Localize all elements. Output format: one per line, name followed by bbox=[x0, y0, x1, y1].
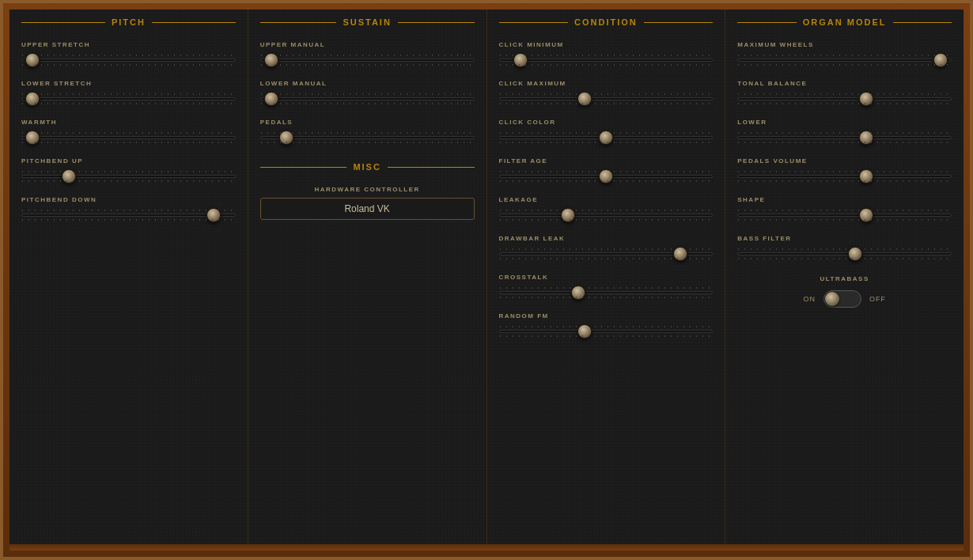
leakage-label: LEAKAGE bbox=[499, 196, 714, 203]
bass-filter-track bbox=[737, 252, 952, 255]
ultrabass-toggle-group: ON OFF bbox=[737, 290, 952, 308]
pitchbend-down-group: PITCHBEND DOWN bbox=[21, 196, 236, 224]
warmth-track-container bbox=[21, 129, 236, 146]
pitchbend-up-track bbox=[21, 175, 236, 178]
lower-manual-track-container bbox=[260, 90, 475, 108]
lower-stretch-track bbox=[21, 97, 236, 100]
pedals-volume-thumb[interactable] bbox=[859, 169, 873, 184]
shape-label: SHAPE bbox=[737, 196, 952, 203]
ultrabass-on-label: ON bbox=[803, 295, 816, 303]
upper-stretch-track bbox=[21, 59, 236, 62]
pedals-group: PEDALS bbox=[260, 119, 475, 146]
tonal-balance-track bbox=[737, 97, 952, 100]
lower-stretch-track-container bbox=[21, 90, 236, 108]
bass-filter-track-container bbox=[737, 245, 952, 263]
click-color-thumb[interactable] bbox=[599, 131, 613, 145]
crosstalk-track-container bbox=[499, 284, 714, 301]
click-color-group: CLICK COLOR bbox=[499, 119, 714, 146]
upper-manual-track-container bbox=[260, 51, 475, 69]
shape-thumb[interactable] bbox=[859, 208, 873, 222]
pitchbend-up-thumb[interactable] bbox=[62, 169, 76, 184]
pitch-title: PITCH bbox=[21, 17, 236, 27]
outer-frame: PITCH UPPER STRETCH LOWER STRETCH bbox=[0, 0, 973, 560]
click-minimum-thumb[interactable] bbox=[513, 53, 528, 67]
leakage-track bbox=[499, 214, 714, 217]
pedals-track bbox=[260, 136, 475, 139]
pedals-volume-label: PEDALS VOLUME bbox=[737, 157, 952, 165]
click-maximum-thumb[interactable] bbox=[577, 92, 592, 106]
sustain-title: SUSTAIN bbox=[260, 17, 475, 27]
hw-controller-label: HARDWARE CONTROLLER bbox=[260, 186, 475, 193]
pedals-volume-track bbox=[737, 175, 952, 178]
leakage-track-container bbox=[499, 206, 714, 224]
misc-section: MISC HARDWARE CONTROLLER Roland VK bbox=[260, 162, 475, 220]
organ-model-title: ORGAN MODEL bbox=[737, 17, 952, 27]
leakage-thumb[interactable] bbox=[561, 208, 575, 222]
drawbar-leak-thumb[interactable] bbox=[673, 247, 687, 261]
random-fm-track bbox=[499, 330, 714, 333]
click-color-track bbox=[499, 136, 714, 139]
upper-stretch-track-container bbox=[21, 51, 236, 69]
click-maximum-track-container bbox=[499, 90, 714, 108]
lower-stretch-thumb[interactable] bbox=[25, 92, 40, 106]
upper-manual-track bbox=[260, 59, 475, 62]
pedals-volume-group: PEDALS VOLUME bbox=[737, 157, 952, 185]
crosstalk-group: CROSSTALK bbox=[499, 274, 714, 301]
lower-label: LOWER bbox=[737, 119, 952, 126]
lower-thumb[interactable] bbox=[859, 131, 873, 145]
warmth-thumb[interactable] bbox=[25, 131, 40, 145]
crosstalk-thumb[interactable] bbox=[571, 286, 585, 300]
filter-age-group: FILTER AGE bbox=[499, 157, 714, 185]
shape-track-container bbox=[737, 206, 952, 224]
drawbar-leak-group: DRAWBAR LEAK bbox=[499, 235, 714, 263]
warmth-group: WARMTH bbox=[21, 119, 236, 146]
click-minimum-track-container bbox=[499, 51, 714, 69]
shape-track bbox=[737, 214, 952, 217]
organ-model-section: ORGAN MODEL MAXIMUM WHEELS TONAL BALANCE bbox=[725, 9, 964, 544]
main-panel: PITCH UPPER STRETCH LOWER STRETCH bbox=[9, 9, 964, 544]
random-fm-label: RANDOM FM bbox=[499, 312, 714, 320]
ultrabass-container: ULTRABASS ON OFF bbox=[737, 275, 952, 308]
pitchbend-up-label: PITCHBEND UP bbox=[21, 157, 236, 165]
ultrabass-off-label: OFF bbox=[869, 295, 886, 303]
click-minimum-group: CLICK MINIMUM bbox=[499, 41, 714, 69]
tonal-balance-thumb[interactable] bbox=[859, 92, 873, 106]
pitchbend-up-track-container bbox=[21, 168, 236, 185]
pitchbend-down-label: PITCHBEND DOWN bbox=[21, 196, 236, 203]
click-minimum-track bbox=[499, 59, 714, 62]
pitchbend-down-thumb[interactable] bbox=[206, 208, 221, 222]
click-maximum-track bbox=[499, 97, 714, 100]
pedals-label: PEDALS bbox=[260, 119, 475, 126]
random-fm-thumb[interactable] bbox=[577, 324, 592, 339]
filter-age-track-container bbox=[499, 168, 714, 185]
ultrabass-toggle[interactable] bbox=[823, 290, 861, 308]
pitch-section: PITCH UPPER STRETCH LOWER STRETCH bbox=[9, 9, 248, 544]
maximum-wheels-group: MAXIMUM WHEELS bbox=[737, 41, 952, 69]
pitchbend-down-track bbox=[21, 214, 236, 217]
maximum-wheels-thumb[interactable] bbox=[933, 53, 948, 67]
upper-stretch-label: UPPER STRETCH bbox=[21, 41, 236, 48]
bottom-border bbox=[9, 544, 964, 551]
crosstalk-track bbox=[499, 291, 714, 294]
bass-filter-thumb[interactable] bbox=[848, 247, 862, 261]
random-fm-track-container bbox=[499, 323, 714, 340]
pitchbend-up-group: PITCHBEND UP bbox=[21, 157, 236, 185]
ultrabass-toggle-knob bbox=[825, 292, 839, 306]
crosstalk-label: CROSSTALK bbox=[499, 274, 714, 281]
upper-manual-label: UPPER MANUAL bbox=[260, 41, 475, 48]
leakage-group: LEAKAGE bbox=[499, 196, 714, 224]
hw-controller-dropdown[interactable]: Roland VK bbox=[260, 198, 475, 220]
click-minimum-label: CLICK MINIMUM bbox=[499, 41, 714, 48]
shape-group: SHAPE bbox=[737, 196, 952, 224]
lower-track-container bbox=[737, 129, 952, 146]
upper-manual-thumb[interactable] bbox=[264, 53, 278, 67]
filter-age-thumb[interactable] bbox=[599, 169, 613, 184]
lower-stretch-group: LOWER STRETCH bbox=[21, 80, 236, 108]
filter-age-label: FILTER AGE bbox=[499, 157, 714, 165]
warmth-label: WARMTH bbox=[21, 119, 236, 126]
lower-manual-thumb[interactable] bbox=[264, 92, 278, 106]
click-color-label: CLICK COLOR bbox=[499, 119, 714, 126]
lower-track bbox=[737, 136, 952, 139]
upper-stretch-thumb[interactable] bbox=[25, 53, 40, 67]
pedals-thumb[interactable] bbox=[279, 131, 293, 145]
